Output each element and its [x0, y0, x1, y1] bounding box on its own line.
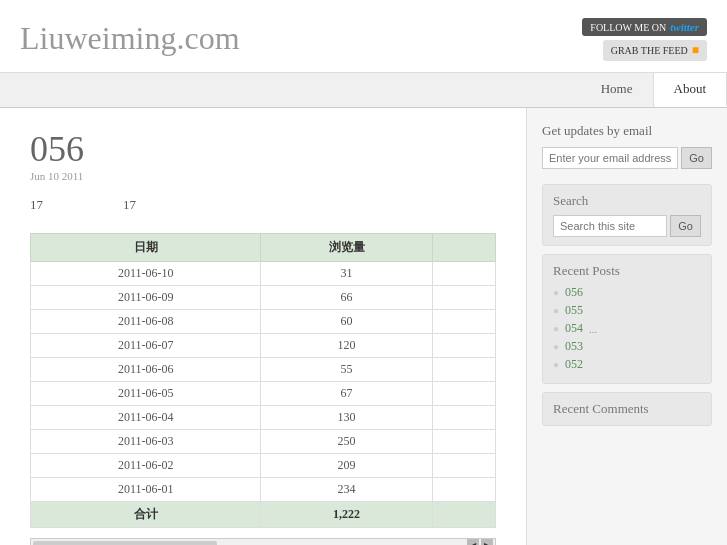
- search-input[interactable]: [553, 215, 667, 237]
- row-extra: [432, 430, 495, 454]
- scroll-left-arrow[interactable]: ◀: [467, 539, 479, 545]
- stat2: 17: [123, 197, 136, 213]
- list-item: ●053: [553, 339, 701, 354]
- row-date: 2011-06-08: [31, 310, 261, 334]
- recent-post-link[interactable]: 052: [565, 357, 583, 372]
- table-row: 2011-06-0567: [31, 382, 496, 406]
- list-item: ●054...: [553, 321, 701, 336]
- search-section: Search Go: [542, 184, 712, 246]
- row-extra: [432, 478, 495, 502]
- row-extra: [432, 406, 495, 430]
- table-row: 2011-06-07120: [31, 334, 496, 358]
- recent-posts-section: Recent Posts ●056●055●054...●053●052: [542, 254, 712, 384]
- search-input-row: Go: [553, 215, 701, 237]
- row-views: 130: [261, 406, 433, 430]
- row-date: 2011-06-03: [31, 430, 261, 454]
- list-item: ●055: [553, 303, 701, 318]
- horizontal-scrollbar[interactable]: ◀ ▶: [30, 538, 496, 545]
- list-item: ●056: [553, 285, 701, 300]
- row-views: 250: [261, 430, 433, 454]
- list-item: ●052: [553, 357, 701, 372]
- total-value: 1,222: [261, 502, 433, 528]
- col-date: 日期: [31, 234, 261, 262]
- row-date: 2011-06-07: [31, 334, 261, 358]
- email-input-row: Go: [542, 147, 712, 169]
- header-right: FOLLOW ME ON twitter GRAB THE FEED ■: [582, 10, 707, 61]
- row-views: 234: [261, 478, 433, 502]
- total-label: 合计: [31, 502, 261, 528]
- sidebar: Get updates by email Go Search Go Recent…: [527, 108, 727, 545]
- scrollbar-arrows: ◀ ▶: [467, 539, 493, 545]
- row-extra: [432, 334, 495, 358]
- recent-post-link[interactable]: 053: [565, 339, 583, 354]
- row-views: 67: [261, 382, 433, 406]
- row-extra: [432, 286, 495, 310]
- row-date: 2011-06-01: [31, 478, 261, 502]
- table-row: 2011-06-04130: [31, 406, 496, 430]
- row-date: 2011-06-10: [31, 262, 261, 286]
- row-extra: [432, 358, 495, 382]
- recent-posts-title: Recent Posts: [553, 263, 701, 279]
- row-views: 209: [261, 454, 433, 478]
- col-views: 浏览量: [261, 234, 433, 262]
- follow-twitter-button[interactable]: FOLLOW ME ON twitter: [582, 18, 707, 36]
- row-date: 2011-06-06: [31, 358, 261, 382]
- bullet-icon: ●: [553, 359, 559, 370]
- email-section-title: Get updates by email: [542, 123, 712, 139]
- table-row: 2011-06-01234: [31, 478, 496, 502]
- email-section: Get updates by email Go: [542, 123, 712, 169]
- row-date: 2011-06-02: [31, 454, 261, 478]
- row-date: 2011-06-04: [31, 406, 261, 430]
- email-go-button[interactable]: Go: [681, 147, 712, 169]
- search-go-button[interactable]: Go: [670, 215, 701, 237]
- stats-table: 日期 浏览量 2011-06-10312011-06-09662011-06-0…: [30, 233, 496, 528]
- recent-comments-section: Recent Comments: [542, 392, 712, 426]
- row-views: 60: [261, 310, 433, 334]
- search-title: Search: [553, 193, 701, 209]
- grab-feed-button[interactable]: GRAB THE FEED ■: [603, 40, 707, 61]
- stats-line: 17 17: [30, 197, 496, 213]
- recent-post-link[interactable]: 056: [565, 285, 583, 300]
- twitter-logo: twitter: [670, 21, 699, 33]
- table-row: 2011-06-0966: [31, 286, 496, 310]
- scroll-right-arrow[interactable]: ▶: [481, 539, 493, 545]
- recent-comments-title: Recent Comments: [553, 401, 701, 417]
- total-extra: [432, 502, 495, 528]
- main-content: 056 Jun 10 2011 17 17 日期 浏览量 2011-06-103…: [0, 108, 527, 545]
- row-extra: [432, 382, 495, 406]
- nav-about[interactable]: About: [654, 73, 728, 107]
- post-date: Jun 10 2011: [30, 170, 496, 182]
- email-input[interactable]: [542, 147, 678, 169]
- table-row: 2011-06-0860: [31, 310, 496, 334]
- row-date: 2011-06-05: [31, 382, 261, 406]
- feed-label: GRAB THE FEED: [611, 45, 688, 56]
- table-row: 2011-06-1031: [31, 262, 496, 286]
- bullet-icon: ●: [553, 323, 559, 334]
- follow-label: FOLLOW ME ON: [590, 22, 666, 33]
- row-views: 120: [261, 334, 433, 358]
- row-extra: [432, 262, 495, 286]
- col-extra: [432, 234, 495, 262]
- row-extra: [432, 310, 495, 334]
- recent-post-link[interactable]: 054: [565, 321, 583, 336]
- bullet-icon: ●: [553, 341, 559, 352]
- row-views: 31: [261, 262, 433, 286]
- scrollbar-thumb: [33, 541, 217, 545]
- row-views: 55: [261, 358, 433, 382]
- bullet-icon: ●: [553, 305, 559, 316]
- table-row: 2011-06-02209: [31, 454, 496, 478]
- row-extra: [432, 454, 495, 478]
- table-row: 2011-06-0655: [31, 358, 496, 382]
- recent-posts-list: ●056●055●054...●053●052: [553, 285, 701, 372]
- post-number: 056: [30, 128, 496, 170]
- ellipsis: ...: [589, 323, 597, 335]
- site-title: Liuweiming.com: [20, 10, 240, 72]
- nav-home[interactable]: Home: [581, 73, 654, 107]
- stat1: 17: [30, 197, 43, 213]
- nav-bar: Home About: [0, 73, 727, 108]
- row-date: 2011-06-09: [31, 286, 261, 310]
- row-views: 66: [261, 286, 433, 310]
- bullet-icon: ●: [553, 287, 559, 298]
- recent-post-link[interactable]: 055: [565, 303, 583, 318]
- table-row: 2011-06-03250: [31, 430, 496, 454]
